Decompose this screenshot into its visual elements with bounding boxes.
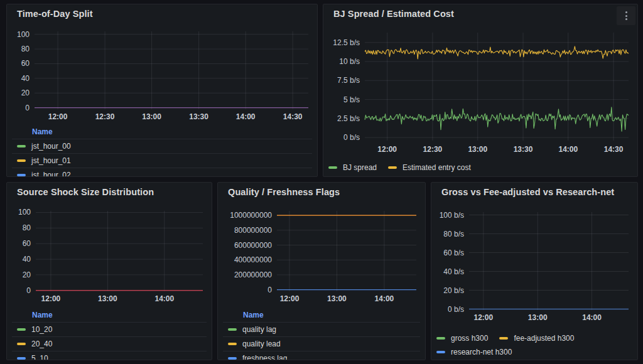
series-color-swatch[interactable] bbox=[228, 328, 237, 331]
legend-label[interactable]: research-net h300 bbox=[451, 348, 512, 356]
legend: Namejst_hour_00jst_hour_01jst_hour_02 bbox=[7, 123, 317, 177]
legend-item-gross-h300[interactable]: gross h300 bbox=[436, 333, 488, 344]
legend-label[interactable]: jst_hour_01 bbox=[31, 156, 71, 165]
svg-text:13:30: 13:30 bbox=[189, 112, 208, 121]
legend: gross h300fee-adjusted h300research-net … bbox=[431, 325, 637, 358]
panel-header[interactable]: Gross vs Fee-adjusted vs Research-net bbox=[431, 183, 637, 198]
svg-text:20 b/s: 20 b/s bbox=[443, 286, 464, 295]
panel-header[interactable]: Quality / Freshness Flags bbox=[218, 183, 425, 198]
series-color-swatch[interactable] bbox=[17, 174, 26, 176]
svg-text:2.5 b/s: 2.5 b/s bbox=[337, 114, 360, 123]
legend-label[interactable]: BJ spread bbox=[343, 163, 377, 172]
legend-column-header[interactable]: Name bbox=[32, 309, 207, 322]
panel-title[interactable]: Time-of-Day Split bbox=[17, 9, 311, 19]
svg-text:12:00: 12:00 bbox=[474, 313, 494, 322]
dashboard: Time-of-Day Split 02040608010012:0012:30… bbox=[0, 0, 643, 364]
legend-label[interactable]: Estimated entry cost bbox=[403, 163, 471, 172]
legend-list: BJ spreadEstimated entry cost bbox=[328, 157, 632, 173]
series-color-swatch[interactable] bbox=[436, 351, 445, 353]
legend-column-header[interactable]: Name bbox=[32, 126, 312, 139]
legend-column-header[interactable]: Name bbox=[243, 309, 420, 322]
legend-item-estimated-entry-cost[interactable]: Estimated entry cost bbox=[388, 162, 471, 173]
panel-title[interactable]: Quality / Freshness Flags bbox=[228, 187, 419, 197]
series-color-swatch[interactable] bbox=[436, 337, 445, 340]
svg-text:12:00: 12:00 bbox=[48, 112, 68, 121]
series-color-swatch[interactable] bbox=[328, 166, 337, 169]
legend-label[interactable]: jst_hour_02 bbox=[31, 171, 71, 177]
series-color-swatch[interactable] bbox=[17, 357, 26, 360]
panel-header[interactable]: BJ Spread / Estimated Cost bbox=[323, 4, 637, 20]
svg-text:12:30: 12:30 bbox=[423, 145, 443, 154]
chart-canvas[interactable]: 0200000000400000000600000000800000000100… bbox=[218, 202, 425, 306]
series-color-swatch[interactable] bbox=[499, 337, 508, 340]
panel-title[interactable]: BJ Spread / Estimated Cost bbox=[333, 9, 631, 19]
svg-text:14:00: 14:00 bbox=[582, 313, 602, 322]
legend-label[interactable]: freshness lag bbox=[242, 354, 287, 360]
panel-gross-fee-adjusted-research-net: Gross vs Fee-adjusted vs Research-net 0 … bbox=[431, 182, 638, 360]
panel-source-shock-size-distribution: Source Shock Size Distribution 020406080… bbox=[6, 182, 212, 360]
svg-text:14:00: 14:00 bbox=[236, 112, 256, 121]
svg-text:100: 100 bbox=[17, 30, 30, 39]
legend-label[interactable]: 20_40 bbox=[31, 340, 52, 348]
chart-canvas[interactable]: 02040608010012:0012:3013:0013:3014:0014:… bbox=[7, 24, 317, 123]
legend-item-10-20[interactable]: 10_20 bbox=[12, 322, 207, 336]
svg-text:400000000: 400000000 bbox=[234, 255, 272, 264]
legend-label[interactable]: 5_10 bbox=[31, 354, 48, 360]
panel-quality-freshness-flags: Quality / Freshness Flags 02000000004000… bbox=[217, 182, 426, 360]
panel-header[interactable]: Source Shock Size Distribution bbox=[7, 183, 212, 198]
legend-label[interactable]: quality lag bbox=[242, 325, 276, 334]
svg-text:100 b/s: 100 b/s bbox=[440, 211, 464, 220]
kebab-dot bbox=[625, 11, 627, 13]
legend: Name10_2020_405_10 bbox=[7, 306, 212, 360]
svg-text:100: 100 bbox=[18, 208, 31, 217]
chart-canvas[interactable]: 02040608010012:0013:0014:00 bbox=[7, 202, 212, 306]
chart-canvas[interactable]: 0 b/s2.5 b/s5 b/s7.5 b/s10 b/s12.5 b/s12… bbox=[323, 24, 637, 154]
svg-text:13:30: 13:30 bbox=[514, 145, 533, 154]
panel-title[interactable]: Gross vs Fee-adjusted vs Research-net bbox=[441, 187, 631, 197]
svg-text:60: 60 bbox=[23, 239, 31, 248]
kebab-dot bbox=[625, 18, 627, 20]
svg-text:80: 80 bbox=[23, 223, 31, 232]
legend-item-bj-spread[interactable]: BJ spread bbox=[328, 162, 377, 173]
legend-item-quality-lead[interactable]: quality lead bbox=[223, 336, 420, 351]
svg-text:200000000: 200000000 bbox=[234, 270, 272, 279]
svg-text:1000000000: 1000000000 bbox=[230, 211, 272, 220]
legend-item-5-10[interactable]: 5_10 bbox=[12, 351, 207, 360]
series-color-swatch[interactable] bbox=[388, 166, 397, 169]
legend-item-20-40[interactable]: 20_40 bbox=[12, 336, 207, 351]
svg-text:40: 40 bbox=[21, 74, 30, 83]
series-color-swatch[interactable] bbox=[17, 328, 26, 331]
svg-text:0 b/s: 0 b/s bbox=[343, 133, 360, 142]
svg-text:5 b/s: 5 b/s bbox=[343, 95, 360, 104]
legend-item-research-net-h300[interactable]: research-net h300 bbox=[436, 346, 512, 358]
svg-text:0: 0 bbox=[26, 286, 31, 295]
svg-text:14:00: 14:00 bbox=[558, 145, 578, 154]
legend-label[interactable]: jst_hour_00 bbox=[31, 142, 71, 151]
legend-item-jst-hour-01[interactable]: jst_hour_01 bbox=[12, 153, 312, 168]
legend: BJ spreadEstimated entry cost bbox=[323, 154, 637, 173]
svg-text:80: 80 bbox=[21, 45, 30, 53]
svg-text:13:00: 13:00 bbox=[327, 294, 347, 303]
legend-label[interactable]: fee-adjusted h300 bbox=[514, 334, 574, 343]
legend-item-fee-adjusted-h300[interactable]: fee-adjusted h300 bbox=[499, 333, 574, 344]
svg-text:12:00: 12:00 bbox=[377, 145, 397, 154]
legend-label[interactable]: quality lead bbox=[242, 340, 281, 348]
legend-item-jst-hour-02[interactable]: jst_hour_02 bbox=[12, 168, 312, 177]
legend-label[interactable]: 10_20 bbox=[31, 325, 52, 334]
panel-title[interactable]: Source Shock Size Distribution bbox=[17, 187, 205, 197]
series-color-swatch[interactable] bbox=[228, 343, 237, 345]
svg-text:40 b/s: 40 b/s bbox=[443, 267, 464, 276]
series-color-swatch[interactable] bbox=[17, 159, 26, 162]
legend-item-quality-lag[interactable]: quality lag bbox=[223, 322, 420, 336]
series-color-swatch[interactable] bbox=[228, 357, 237, 360]
legend-item-jst-hour-00[interactable]: jst_hour_00 bbox=[12, 139, 312, 153]
panel-header[interactable]: Time-of-Day Split bbox=[7, 4, 317, 20]
series-color-swatch[interactable] bbox=[17, 145, 26, 147]
panel-menu-icon[interactable] bbox=[617, 6, 635, 25]
legend-label[interactable]: gross h300 bbox=[451, 334, 488, 343]
legend-item-freshness-lag[interactable]: freshness lag bbox=[223, 351, 420, 360]
chart-canvas[interactable]: 0 b/s20 b/s40 b/s60 b/s80 b/s100 b/s12:0… bbox=[431, 202, 637, 325]
svg-text:20: 20 bbox=[23, 270, 31, 279]
series-color-swatch[interactable] bbox=[17, 343, 26, 345]
svg-text:13:00: 13:00 bbox=[468, 145, 487, 154]
